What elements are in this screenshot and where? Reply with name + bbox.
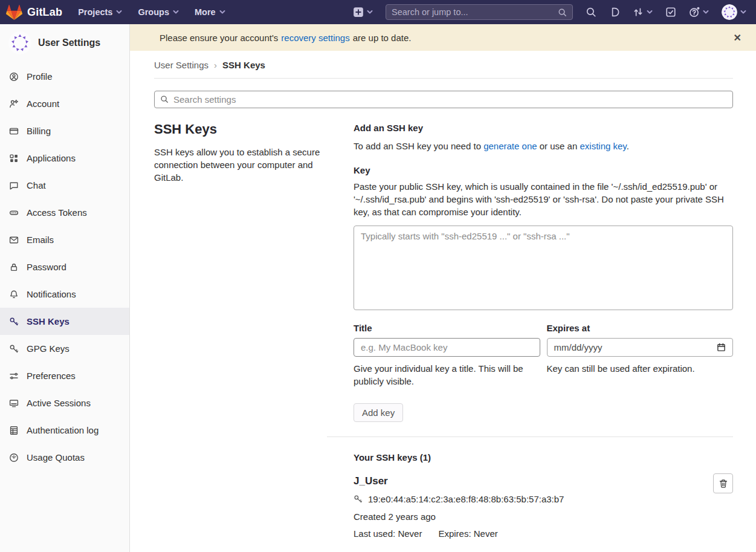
sidebar-item-billing[interactable]: Billing [0,117,129,144]
chat-bubble-icon [9,181,19,190]
top-menus: Projects Groups More [78,7,225,17]
ssh-key-textarea[interactable] [354,226,733,310]
user-avatar [722,4,737,20]
user-avatar [8,31,31,54]
chevron-down-icon [173,9,179,15]
new-menu-button[interactable] [353,7,373,18]
expires-help-text: Key can still be used after expiration. [547,362,734,375]
date-placeholder: mm/dd/yyyy [554,342,603,352]
menu-projects[interactable]: Projects [78,7,122,17]
sliders-icon [9,371,19,381]
generate-one-link[interactable]: generate one [483,141,537,151]
chevron-down-icon [647,9,653,15]
global-search [386,4,573,20]
title-input[interactable] [354,338,540,357]
chevron-down-icon [740,9,746,15]
token-icon [9,208,19,218]
close-alert-button[interactable]: ✕ [729,31,746,45]
gitlab-home-link[interactable]: GitLab [6,5,62,20]
key-label: Key [354,165,733,175]
sidebar-item-authentication-log[interactable]: Authentication log [0,417,129,444]
sidebar-item-applications[interactable]: Applications [0,144,129,172]
expires-at-input[interactable]: mm/dd/yyyy [547,338,734,357]
envelope-icon [9,235,19,245]
gauge-icon [9,453,19,463]
sidebar-item-ssh-keys[interactable]: SSH Keys [0,308,129,335]
key-help-text: Paste your public SSH key, which is usua… [354,180,733,218]
chevron-down-icon [367,9,373,15]
global-search-input[interactable] [392,7,554,17]
section-intro: SSH Keys SSH keys allow you to establish… [154,118,354,539]
menu-more[interactable]: More [195,7,225,17]
alert-text: Please ensure your account's [160,33,278,43]
delete-key-button[interactable] [713,473,733,493]
add-key-button[interactable]: Add key [354,403,403,422]
title-label: Title [354,323,540,333]
alert-text: are up to date. [353,33,412,43]
key-icon [354,495,363,504]
ssh-key-fingerprint-row: 19:e0:44:a5:14:c2:3a:e8:f8:48:8b:63:5b:5… [354,494,704,504]
recovery-settings-link[interactable]: recovery settings [281,33,349,43]
settings-search-input[interactable] [154,91,733,108]
issues-icon [609,7,620,18]
todos-button[interactable] [665,7,676,18]
sidebar-item-preferences[interactable]: Preferences [0,362,129,389]
ssh-key-form-column: Add an SSH key To add an SSH key you nee… [354,118,733,539]
page-title: SSH Keys [154,122,354,137]
grid-icon [9,154,19,163]
ssh-key-list-item: J_User 19:e0:44:a5:14:c2:3a:e8:f8:48:8b:… [354,475,733,539]
recovery-alert: Please ensure your account's recovery se… [130,24,756,51]
search-icon [160,95,169,103]
sidebar-item-usage-quotas[interactable]: Usage Quotas [0,444,129,471]
ssh-key-last-used: Last used: Never [354,528,422,539]
monitor-icon [9,398,19,408]
merge-requests-button[interactable] [633,7,653,18]
breadcrumb-separator: › [214,60,217,70]
trash-icon [719,479,728,489]
merge-request-icon [633,7,644,18]
add-ssh-key-heading: Add an SSH key [354,123,733,133]
todo-check-square-icon [665,7,676,18]
sidebar-item-profile[interactable]: Profile [0,63,129,90]
chevron-down-icon [116,9,122,15]
profile-icon [9,72,19,82]
existing-key-link[interactable]: existing key [580,141,626,151]
menu-groups[interactable]: Groups [138,7,179,17]
navbar-left: GitLab Projects Groups More [6,5,225,20]
expires-field: Expires at mm/dd/yyyy Key can still be u… [547,323,734,388]
sidebar-item-gpg-keys[interactable]: GPG Keys [0,335,129,362]
sidebar-item-account[interactable]: Account [0,90,129,117]
ssh-key-expires: Expires: Never [438,528,497,539]
your-ssh-keys-heading: Your SSH keys (1) [354,452,733,463]
ssh-key-fingerprint: 19:e0:44:a5:14:c2:3a:e8:f8:48:8b:63:5b:5… [368,494,564,504]
ssh-key-title-link[interactable]: J_User [354,475,388,487]
sidebar-item-active-sessions[interactable]: Active Sessions [0,389,129,417]
sidebar-item-password[interactable]: Password [0,253,129,281]
expires-at-label: Expires at [547,323,734,333]
key-icon [9,344,19,354]
tanuki-logo-icon [6,5,22,20]
settings-sidebar: User Settings Profile Account Billing [0,24,130,552]
plus-square-icon [353,7,364,18]
help-button[interactable] [689,7,709,18]
breadcrumb-user-settings[interactable]: User Settings [154,60,208,70]
main-content: Please ensure your account's recovery se… [130,24,756,552]
log-icon [9,426,19,435]
search-icon [558,8,567,17]
search-button[interactable] [586,7,596,18]
top-navbar: GitLab Projects Groups More [0,0,756,24]
sidebar-item-chat[interactable]: Chat [0,172,129,199]
breadcrumb: User Settings › SSH Keys [154,51,733,79]
sidebar-nav: Profile Account Billing Applications Cha… [0,63,129,471]
chevron-down-icon [219,9,225,15]
ssh-key-usage-row: Last used: Never Expires: Never [354,528,704,539]
sidebar-item-notifications[interactable]: Notifications [0,281,129,308]
sidebar-header: User Settings [0,24,129,59]
ssh-key-created: Created 2 years ago [354,511,704,522]
user-menu-button[interactable] [722,4,746,20]
sidebar-item-emails[interactable]: Emails [0,226,129,253]
lock-icon [9,262,19,272]
issues-button[interactable] [609,7,620,18]
sidebar-item-access-tokens[interactable]: Access Tokens [0,199,129,226]
breadcrumb-current: SSH Keys [222,60,265,70]
